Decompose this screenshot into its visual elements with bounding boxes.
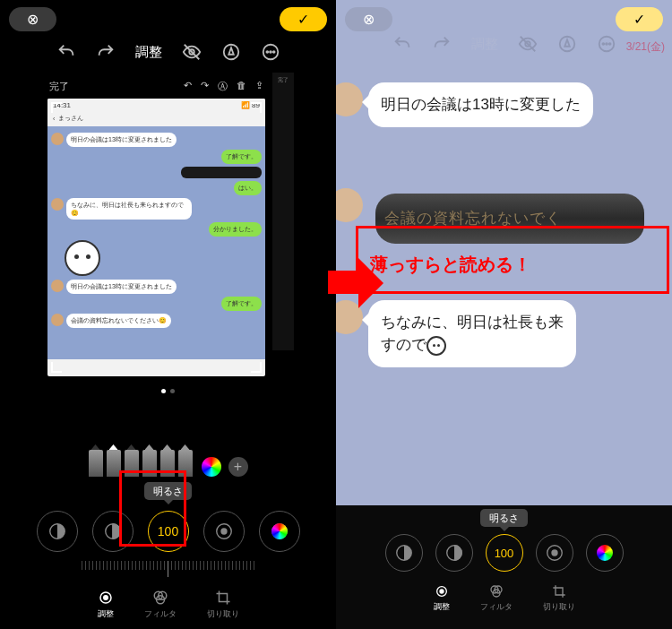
toolbar-title: 調整 bbox=[135, 44, 162, 61]
svg-point-24 bbox=[608, 43, 610, 45]
adjust-brightness[interactable]: 100 bbox=[486, 534, 523, 572]
eraser-tool[interactable] bbox=[142, 450, 157, 477]
adjust-saturation[interactable] bbox=[586, 534, 624, 572]
more-button[interactable] bbox=[597, 34, 616, 54]
adjust-contrast[interactable] bbox=[435, 534, 473, 572]
svg-point-28 bbox=[551, 549, 557, 556]
svg-point-6 bbox=[272, 51, 274, 53]
back-icon: ‹ bbox=[53, 116, 55, 122]
adjust-tooltip: 明るさ bbox=[480, 509, 528, 527]
adjust-slider[interactable] bbox=[18, 557, 318, 581]
avatar bbox=[336, 188, 363, 222]
annotation-caption: 薄っすらと読める！ bbox=[370, 253, 672, 277]
date-label: 3/21(金) bbox=[626, 39, 665, 55]
chat-bubble: 了解です。 bbox=[221, 297, 262, 311]
chat-name: まっさん bbox=[58, 114, 83, 123]
brightness-value: 100 bbox=[495, 547, 514, 560]
adjust-exposure[interactable] bbox=[37, 511, 78, 552]
svg-point-5 bbox=[270, 51, 271, 53]
adjust-saturation[interactable] bbox=[259, 511, 300, 552]
chat-bubble: 明日の会議は13時に変更されました bbox=[66, 280, 177, 294]
inner-done-button[interactable]: 完了 bbox=[49, 80, 69, 93]
redo-button[interactable] bbox=[432, 34, 452, 54]
chat-bubble: はい。 bbox=[234, 181, 262, 195]
sticker-icon bbox=[65, 240, 100, 276]
emoji-icon bbox=[426, 336, 446, 356]
toolbar-title: 調整 bbox=[471, 36, 498, 53]
marker-tool[interactable] bbox=[107, 450, 121, 477]
color-picker[interactable] bbox=[202, 457, 221, 477]
inner-trash-icon: 🗑 bbox=[237, 80, 246, 93]
tab-filter[interactable]: フィルタ bbox=[480, 584, 513, 613]
chat-bubble: ちなみに、明日は社長も来られますので😊 bbox=[66, 198, 192, 220]
inner-undo-icon: ↶ bbox=[184, 80, 192, 93]
inner-markup-icon: Ⓐ bbox=[218, 80, 228, 93]
svg-point-23 bbox=[606, 43, 607, 45]
undo-button[interactable] bbox=[56, 42, 76, 62]
check-icon: ✓ bbox=[633, 11, 645, 28]
pencil-tool[interactable] bbox=[125, 450, 139, 477]
chat-bubble: 了解です。 bbox=[221, 150, 262, 164]
annotation-arrow bbox=[328, 251, 382, 314]
adjust-highlights[interactable] bbox=[203, 511, 245, 552]
adjust-exposure[interactable] bbox=[385, 534, 423, 572]
visibility-icon[interactable] bbox=[182, 42, 202, 62]
second-screenshot-thumb[interactable]: 完了 bbox=[272, 73, 294, 350]
avatar bbox=[336, 82, 363, 116]
tab-adjust[interactable]: 調整 bbox=[434, 584, 450, 613]
screenshot-preview[interactable]: 完了 ↶ ↷ Ⓐ 🗑 ⇪ 14:31📶 89 ‹まっさん 明日の会議は13時に変… bbox=[42, 73, 271, 382]
cancel-button[interactable]: ⊗ bbox=[9, 7, 56, 31]
tab-crop[interactable]: 切り取り bbox=[543, 584, 575, 613]
chat-bubble: 会議の資料忘れないでください😊 bbox=[66, 314, 171, 328]
inner-redo-icon: ↷ bbox=[201, 80, 209, 93]
chat-bubble: 明日の会議は13時に変更されました bbox=[66, 133, 177, 147]
adjust-tooltip: 明るさ bbox=[144, 482, 192, 500]
cancel-button[interactable]: ⊗ bbox=[345, 7, 392, 31]
chat-bubble: ちなみに、明日は社長も来すので bbox=[368, 300, 576, 367]
tab-filter[interactable]: フィルタ bbox=[144, 590, 177, 620]
confirm-button[interactable]: ✓ bbox=[616, 7, 663, 31]
close-icon: ⊗ bbox=[363, 11, 375, 28]
adjust-highlights[interactable] bbox=[536, 534, 573, 572]
status-time: 14:31 bbox=[53, 101, 71, 109]
tab-adjust[interactable]: 調整 bbox=[98, 590, 114, 620]
svg-point-10 bbox=[220, 528, 227, 534]
markup-icon[interactable] bbox=[557, 34, 577, 54]
page-dots bbox=[161, 389, 175, 393]
svg-point-30 bbox=[440, 590, 444, 593]
undo-button[interactable] bbox=[392, 34, 412, 54]
close-icon: ⊗ bbox=[27, 11, 39, 28]
confirm-button[interactable]: ✓ bbox=[280, 7, 327, 31]
status-battery: 📶 89 bbox=[241, 101, 260, 109]
markup-tools: + bbox=[0, 452, 336, 482]
redacted-visible-bubble: 会議の資料忘れないでく bbox=[375, 194, 644, 244]
chat-bubble: 明日の会議は13時に変更した bbox=[368, 82, 593, 127]
inner-share-icon: ⇪ bbox=[255, 80, 263, 93]
adjust-brightness[interactable]: 100 bbox=[148, 511, 189, 552]
markup-icon[interactable] bbox=[221, 42, 241, 62]
svg-point-14 bbox=[103, 596, 108, 600]
more-button[interactable] bbox=[261, 42, 280, 62]
svg-point-22 bbox=[602, 43, 604, 45]
svg-point-4 bbox=[266, 51, 268, 53]
tab-crop[interactable]: 切り取り bbox=[207, 590, 239, 620]
chat-bubble: 分かりました。 bbox=[209, 222, 262, 237]
redo-button[interactable] bbox=[96, 42, 116, 62]
ruler-tool[interactable] bbox=[178, 450, 193, 477]
redacted-bubble bbox=[181, 167, 262, 178]
lasso-tool[interactable] bbox=[160, 450, 175, 477]
add-tool-button[interactable]: + bbox=[228, 457, 248, 477]
brightness-value: 100 bbox=[158, 524, 178, 539]
visibility-icon[interactable] bbox=[518, 34, 538, 54]
check-icon: ✓ bbox=[297, 11, 309, 28]
adjust-contrast[interactable] bbox=[92, 511, 134, 552]
pen-tool[interactable] bbox=[89, 450, 103, 477]
